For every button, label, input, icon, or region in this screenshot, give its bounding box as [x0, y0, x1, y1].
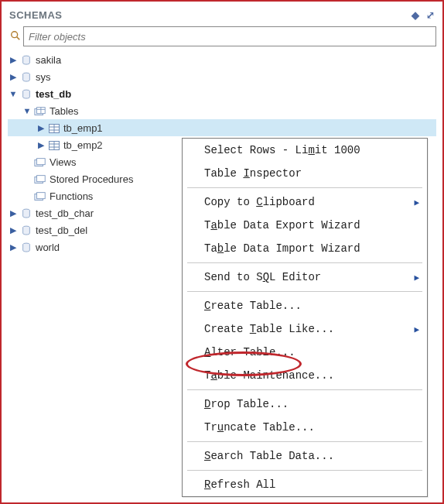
node-label: tb_emp1 — [62, 122, 103, 134]
node-label: Tables — [48, 105, 79, 117]
node-label: sys — [34, 71, 51, 83]
context-menu-item-label: Send to SQL Editor — [204, 271, 321, 283]
submenu-arrow-icon: ▶ — [414, 197, 419, 207]
context-menu-item[interactable]: Table Data Import Wizard — [183, 237, 427, 260]
node-label: test_db_char — [34, 207, 94, 219]
node-label: Views — [48, 156, 76, 168]
context-menu-item-label: Table Data Export Wizard — [204, 219, 360, 231]
schemas-panel: { "header": { "title": "SCHEMAS" }, "sea… — [8, 6, 436, 498]
context-menu-item-label: Copy to Clipboard — [204, 196, 315, 208]
procedures-folder-icon — [32, 173, 48, 185]
context-menu-item[interactable]: Table Maintenance... — [183, 364, 427, 387]
svg-point-0 — [12, 31, 18, 37]
context-menu-item-label: Table Maintenance... — [204, 369, 334, 382]
panel-title: SCHEMAS — [9, 9, 412, 21]
context-menu-separator — [187, 441, 422, 442]
svg-line-1 — [17, 36, 20, 39]
submenu-arrow-icon: ▶ — [414, 324, 419, 334]
show-details-icon[interactable]: ◆ — [412, 9, 420, 21]
context-menu-separator — [187, 262, 422, 263]
submenu-arrow-icon: ▶ — [414, 273, 419, 283]
database-icon — [19, 53, 34, 66]
database-icon — [19, 207, 34, 219]
node-label: test_db_del — [34, 225, 87, 236]
folder-node-tables[interactable]: ▼ Tables — [8, 102, 436, 119]
context-menu-item[interactable]: Copy to Clipboard▶ — [183, 190, 427, 214]
database-icon — [19, 241, 34, 253]
svg-rect-22 — [37, 193, 46, 199]
context-menu-item-label: Search Table Data... — [204, 450, 334, 462]
context-menu-item-label: Refresh All — [204, 478, 275, 491]
schema-node-sys[interactable]: ▶ sys — [8, 68, 436, 85]
table-node-tb_emp1[interactable]: ▶ tb_emp1 — [8, 119, 436, 136]
database-icon — [19, 87, 34, 100]
node-label: sakila — [34, 54, 61, 66]
expand-icon[interactable]: ▶ — [8, 208, 19, 218]
table-icon — [46, 122, 62, 134]
panel-header: SCHEMAS ◆ ⤢ — [8, 6, 436, 23]
tables-folder-icon — [32, 105, 48, 117]
context-menu-item-label: Alter Table... — [204, 346, 295, 358]
context-menu-item[interactable]: Truncate Table... — [183, 416, 427, 439]
context-menu-item-label: Select Rows - Limit 1000 — [204, 144, 360, 156]
database-icon — [19, 224, 34, 236]
context-menu-item[interactable]: Select Rows - Limit 1000 — [183, 139, 427, 162]
svg-rect-18 — [37, 159, 46, 165]
maximize-icon[interactable]: ⤢ — [426, 9, 435, 21]
context-menu-item[interactable]: Refresh All — [183, 473, 427, 496]
context-menu-item-label: Table Inspector — [204, 167, 302, 180]
node-label: Stored Procedures — [48, 173, 133, 185]
table-context-menu: Select Rows - Limit 1000Table InspectorC… — [182, 138, 428, 497]
node-label: world — [34, 242, 60, 253]
context-menu-item[interactable]: Create Table Like...▶ — [183, 317, 427, 341]
expand-icon[interactable]: ▶ — [8, 242, 19, 252]
context-menu-item-label: Table Data Import Wizard — [204, 242, 360, 255]
expand-icon[interactable]: ▶ — [8, 225, 19, 235]
context-menu-separator — [187, 187, 422, 188]
svg-rect-20 — [37, 176, 46, 182]
context-menu-separator — [187, 389, 422, 390]
schema-node-test_db[interactable]: ▼ test_db — [8, 85, 436, 102]
context-menu-separator — [187, 291, 422, 292]
context-menu-item-label: Create Table... — [204, 300, 302, 312]
collapse-icon[interactable]: ▼ — [22, 106, 32, 115]
context-menu-item[interactable]: Search Table Data... — [183, 444, 427, 468]
expand-icon[interactable]: ▶ — [8, 55, 19, 65]
expand-icon[interactable]: ▶ — [36, 123, 46, 133]
context-menu-item[interactable]: Table Inspector — [183, 162, 427, 185]
context-menu-item[interactable]: Drop Table... — [183, 393, 427, 416]
context-menu-item[interactable]: Create Table... — [183, 294, 427, 317]
context-menu-item-label: Create Table Like... — [204, 323, 334, 335]
schema-node-sakila[interactable]: ▶ sakila — [8, 51, 436, 68]
expand-icon[interactable]: ▶ — [36, 140, 46, 150]
database-icon — [19, 70, 34, 83]
search-icon — [8, 30, 23, 43]
context-menu-item[interactable]: Send to SQL Editor▶ — [183, 266, 427, 289]
context-menu-separator — [187, 470, 422, 471]
context-menu-item[interactable]: Alter Table... — [183, 341, 427, 364]
filter-objects-input[interactable] — [23, 26, 436, 46]
table-icon — [46, 139, 62, 151]
collapse-icon[interactable]: ▼ — [8, 89, 19, 98]
node-label: test_db — [34, 88, 71, 100]
expand-icon[interactable]: ▶ — [8, 72, 19, 82]
context-menu-item-label: Drop Table... — [204, 398, 289, 410]
views-folder-icon — [32, 156, 48, 168]
context-menu-item[interactable]: Table Data Export Wizard — [183, 214, 427, 237]
context-menu-item-label: Truncate Table... — [204, 421, 315, 434]
node-label: Functions — [48, 190, 93, 202]
functions-folder-icon — [32, 190, 48, 202]
node-label: tb_emp2 — [62, 139, 103, 151]
